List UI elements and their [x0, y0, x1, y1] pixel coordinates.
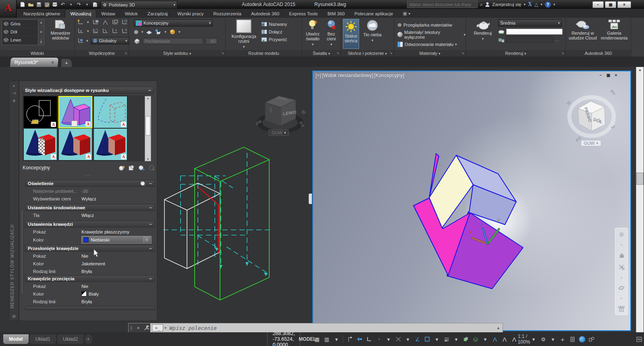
panel-launcher-icon[interactable]: ↘: [336, 50, 339, 56]
exchange-apps-icon[interactable]: X: [528, 1, 532, 8]
color-combo[interactable]: Niebieski ▾: [81, 236, 152, 244]
named-ucs-combo[interactable]: Globalny ▾: [91, 37, 129, 44]
ucs-named-icon[interactable]: [92, 19, 99, 25]
viewport-config-button[interactable]: Konfiguracja rzutni▾: [231, 19, 257, 49]
panel-label-widoki[interactable]: Widoki: [0, 50, 75, 56]
ducs-caret-icon[interactable]: ▾: [481, 335, 489, 344]
prop-row[interactable]: Wyświetlanie cieni Wyłącz: [28, 195, 152, 202]
render-browse-button[interactable]: ...: [555, 37, 559, 42]
save-icon[interactable]: [35, 1, 43, 8]
prop-row[interactable]: Kolor Biały: [28, 290, 152, 298]
osnap-caret-icon[interactable]: ▾: [433, 335, 441, 344]
xray-caret-icon[interactable]: ▾: [141, 30, 143, 34]
tab-bim-360[interactable]: BIM 360: [323, 10, 350, 18]
tab-rozszerzenia[interactable]: Rozszerzenia: [208, 10, 246, 18]
grid-display-icon[interactable]: ▥: [323, 335, 331, 344]
command-input-text[interactable]: Wpisz polecenie: [170, 325, 217, 331]
annotation-monitor-icon[interactable]: +: [559, 335, 567, 344]
tab-uklad1[interactable]: Układ1: [30, 334, 56, 344]
guw-button-left[interactable]: GUW▾: [268, 129, 289, 136]
scrollbar-thumb[interactable]: [636, 173, 644, 185]
scroll-up-arrow[interactable]: ▲: [636, 67, 644, 72]
viewcube-left[interactable]: LEWO GÓRA TYŁ PN W Z Pd: [254, 83, 310, 135]
styles-section-header[interactable]: Style wizualizacji dostępne w rysunku−: [23, 87, 154, 94]
navwheel-icon[interactable]: ◎: [619, 231, 623, 237]
pan-icon[interactable]: [619, 252, 625, 258]
shadow-caret-icon[interactable]: ▾: [179, 30, 181, 34]
ucs-view-icon[interactable]: [112, 19, 118, 25]
panel-launcher-icon[interactable]: ↘: [389, 50, 393, 56]
sign-in-caret-icon[interactable]: ▾: [524, 2, 526, 6]
highlight-icon[interactable]: [140, 181, 146, 186]
visual-style-combo[interactable]: Koncepcyjny ▾: [134, 19, 213, 27]
scroll-up-icon[interactable]: ▴: [147, 96, 149, 100]
plot-icon[interactable]: [51, 1, 59, 8]
new-file-tab-button[interactable]: +: [61, 59, 72, 67]
viewport-right[interactable]: [+] [Widok niestandardowy] [Koncepcyjny]…: [312, 71, 631, 331]
shadow-icon[interactable]: [169, 29, 176, 35]
prop-row[interactable]: Pokaż Nie: [28, 252, 152, 260]
palette-autohide-icon[interactable]: ⊣: [9, 91, 19, 96]
clean-screen-icon[interactable]: [635, 335, 643, 344]
panel-launcher-icon[interactable]: ↘: [221, 50, 224, 56]
open-file-icon[interactable]: [27, 1, 35, 8]
edge-caret-icon[interactable]: ▾: [164, 30, 166, 34]
style-2d-wireframe[interactable]: A: [23, 96, 57, 128]
ucs-z-icon[interactable]: [102, 28, 108, 34]
style-cieniowany[interactable]: A: [58, 128, 92, 160]
apply-style-icon[interactable]: [138, 165, 145, 171]
render-quality-combo[interactable]: Średnia▾: [498, 19, 562, 27]
create-style-icon[interactable]: [118, 165, 125, 171]
tab-narzedzia-glowne[interactable]: Narzędzia główne: [19, 10, 65, 18]
xray-icon[interactable]: ⊗: [134, 29, 139, 35]
restore-button[interactable]: ▣: [605, 1, 616, 8]
panel-label-rzutnie[interactable]: Rzutnie modelu: [226, 50, 302, 56]
tab-uklad2[interactable]: Układ2: [57, 334, 83, 344]
close-button[interactable]: ×: [617, 1, 631, 8]
ortho-mode-icon[interactable]: [365, 335, 373, 344]
palette-close-icon[interactable]: ×: [9, 83, 19, 88]
prop-row-color[interactable]: Kolor Niebieski ▾: [28, 236, 152, 244]
panel-launcher-icon[interactable]: ↘: [124, 50, 127, 56]
ucs-icon-display-icon[interactable]: [77, 38, 84, 44]
palette-grip[interactable]: [309, 194, 312, 204]
edge-style-icon[interactable]: [155, 29, 162, 35]
absorb-value[interactable]: 60: [206, 38, 218, 44]
annotation-scale-value[interactable]: 1:1 / 100%: [520, 335, 528, 344]
collapse-icon[interactable]: −: [149, 205, 152, 210]
navigation-bar[interactable]: ◎ ▾ ▾ ▾: [615, 228, 628, 315]
face-style-icon[interactable]: [146, 29, 152, 35]
tab-wstaw[interactable]: Wstaw: [96, 10, 120, 18]
panel-launcher-icon[interactable]: ↘: [561, 50, 564, 56]
scroll-more-icon[interactable]: ▾: [40, 40, 42, 44]
prop-row[interactable]: Rodzaj linii Bryła: [28, 298, 152, 305]
panel-label-renderuj[interactable]: Renderuj ▾↘: [466, 50, 565, 56]
render-output-icon[interactable]: [498, 37, 505, 42]
section-przeslonitete-krawedzie[interactable]: Przesłonięte krawędzie−: [25, 245, 155, 252]
application-menu-button[interactable]: A: [0, 0, 17, 18]
panel-label-style-widoku[interactable]: Style widoku ▾↘: [129, 50, 225, 56]
copy-style-icon[interactable]: [129, 165, 135, 171]
workspace-combo[interactable]: ⚙ Podstawy 3D ▾: [101, 1, 177, 9]
sun-status-button[interactable]: Status słońca: [343, 19, 359, 49]
tab-wizualizuj[interactable]: Wizualizuj: [65, 9, 96, 18]
style-koncepcyjny[interactable]: A: [58, 96, 92, 128]
annotation-scale-icon[interactable]: Λ: [510, 335, 518, 344]
section-ustawienia-krawedzi[interactable]: Ustawienia krawędzi−: [25, 221, 155, 227]
viewport-join-button[interactable]: Dołącz: [261, 28, 287, 35]
prop-row[interactable]: Tła Włącz: [28, 211, 152, 219]
viewport-restore-button[interactable]: Przywróć: [261, 35, 287, 43]
tab-autodesk-360[interactable]: Autodesk 360: [246, 10, 284, 18]
command-grip-icon[interactable]: ⣿: [129, 323, 134, 332]
infer-constraints-icon[interactable]: [346, 335, 354, 344]
render-in-cloud-button[interactable]: Renderuj w usłudze Cloud: [568, 19, 597, 40]
section-krawedzie-przeciecia[interactable]: Krawędzie przecięcia−: [25, 275, 155, 282]
graphics-performance-icon[interactable]: [578, 335, 586, 344]
file-tab-rysunek3[interactable]: Rysunek3* ×: [10, 58, 58, 67]
ucs-origin-icon[interactable]: [121, 19, 128, 25]
scale-caret-icon[interactable]: ▾: [530, 335, 538, 344]
dynamic-input-icon[interactable]: [355, 335, 364, 344]
render-gallery-button[interactable]: Galeria renderowania: [600, 19, 629, 40]
tab-zarzadzaj[interactable]: Zarządzaj: [143, 10, 173, 18]
transparency-icon[interactable]: [462, 335, 470, 344]
